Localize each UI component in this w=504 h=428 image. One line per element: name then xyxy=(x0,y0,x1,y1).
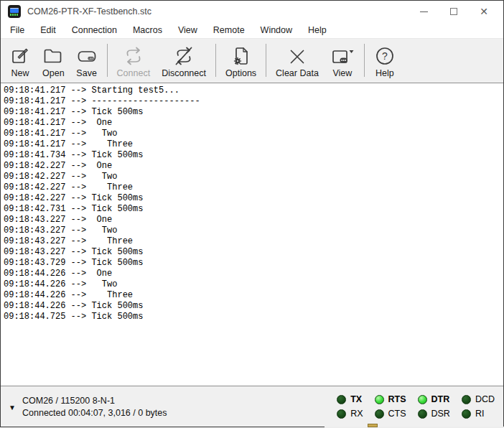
cts-led xyxy=(375,409,384,419)
help-button[interactable]: ? Help xyxy=(368,41,401,80)
port-settings-text: COM26 / 115200 8-N-1 xyxy=(22,396,337,406)
dsr-led xyxy=(418,409,427,419)
connection-stats-text: Connected 00:04:07, 3,016 / 0 bytes xyxy=(22,408,337,418)
log-line: 09:18:44.725 --> Tick 500ms xyxy=(4,312,503,322)
menu-macros[interactable]: Macros xyxy=(125,23,170,37)
options-button[interactable]: Options xyxy=(220,41,262,80)
close-icon: ✕ xyxy=(480,6,488,17)
dsr-label: DSR xyxy=(431,409,450,419)
app-window: COM26-PTR-XF-Testbench.stc ✕ File Edit C… xyxy=(0,0,504,427)
signal-dsr: DSR xyxy=(418,409,450,419)
status-expander-button[interactable]: ▼ xyxy=(6,401,18,413)
cts-label: CTS xyxy=(388,409,406,419)
menu-edit[interactable]: Edit xyxy=(32,23,64,37)
rts-led[interactable] xyxy=(375,395,384,404)
signal-rx: RX xyxy=(337,409,363,419)
log-line: 09:18:42.227 --> One xyxy=(4,161,503,172)
options-gear-document-icon xyxy=(230,45,252,68)
menu-help[interactable]: Help xyxy=(300,23,335,37)
log-line: 09:18:42.227 --> Two xyxy=(4,172,503,182)
window-title: COM26-PTR-XF-Testbench.stc xyxy=(27,6,409,17)
ri-label: RI xyxy=(475,409,485,419)
disconnect-button[interactable]: Disconnect xyxy=(156,41,212,80)
svg-text:?: ? xyxy=(382,50,388,62)
background-window-tab xyxy=(368,424,378,427)
log-line: 09:18:41.217 --> Three xyxy=(4,139,503,150)
open-folder-icon xyxy=(42,45,64,68)
maximize-icon xyxy=(450,8,457,15)
dtr-led[interactable] xyxy=(418,395,427,404)
signal-cts: CTS xyxy=(375,409,406,419)
log-line: 09:18:43.729 --> Tick 500ms xyxy=(4,258,503,269)
dtr-label: DTR xyxy=(431,394,450,404)
log-line: 09:18:41.217 --> --------------------- xyxy=(4,96,503,107)
tx-led[interactable] xyxy=(337,395,346,404)
toolbar-separator xyxy=(107,44,108,77)
clear-data-button[interactable]: Clear Data xyxy=(270,41,325,80)
minimize-button[interactable] xyxy=(409,1,439,22)
signal-dtr: DTR xyxy=(418,394,450,404)
close-button[interactable]: ✕ xyxy=(469,1,499,22)
gear-icon xyxy=(234,57,241,64)
toolbar: New Open Save xyxy=(1,39,503,83)
signal-dcd: DCD xyxy=(462,394,495,404)
menu-view[interactable]: View xyxy=(170,23,205,37)
connect-button: Connect xyxy=(111,41,157,80)
log-line: 09:18:42.227 --> Tick 500ms xyxy=(4,193,503,204)
menu-connection[interactable]: Connection xyxy=(64,23,125,37)
menu-remote[interactable]: Remote xyxy=(205,23,253,37)
log-line: 09:18:41.734 --> Tick 500ms xyxy=(4,150,503,161)
rx-label: RX xyxy=(350,409,363,419)
signal-rts: RTS xyxy=(375,394,406,404)
log-line: 09:18:44.226 --> Tick 500ms xyxy=(4,301,503,312)
maximize-button[interactable] xyxy=(439,1,469,22)
rts-label: RTS xyxy=(388,394,406,404)
log-line: 09:18:41.217 --> Starting test5... xyxy=(4,85,503,96)
minimize-icon xyxy=(420,11,428,12)
menu-bar: File Edit Connection Macros View Remote … xyxy=(1,22,503,39)
title-bar[interactable]: COM26-PTR-XF-Testbench.stc ✕ xyxy=(1,1,503,22)
disconnect-arrows-icon xyxy=(173,45,195,68)
app-icon-screen xyxy=(10,8,19,13)
log-line: 09:18:41.217 --> Tick 500ms xyxy=(4,107,503,118)
log-line: 09:18:44.226 --> One xyxy=(4,269,503,279)
help-question-icon: ? xyxy=(374,45,396,68)
log-line: 09:18:44.226 --> Two xyxy=(4,279,503,290)
menu-file[interactable]: File xyxy=(2,23,32,37)
log-line: 09:18:41.217 --> Two xyxy=(4,129,503,139)
save-drive-icon xyxy=(76,45,98,68)
toolbar-separator xyxy=(364,44,365,77)
signal-tx: TX xyxy=(337,394,363,404)
save-button[interactable]: Save xyxy=(70,41,103,80)
view-button[interactable]: View xyxy=(325,41,360,80)
log-line: 09:18:43.227 --> Three xyxy=(4,236,503,247)
toolbar-separator xyxy=(215,44,216,77)
log-line: 09:18:42.227 --> Three xyxy=(4,182,503,193)
chevron-down-icon xyxy=(349,50,353,53)
log-line: 09:18:43.227 --> Two xyxy=(4,225,503,236)
log-line: 09:18:43.227 --> Tick 500ms xyxy=(4,247,503,258)
rx-led xyxy=(337,409,346,419)
signal-indicator-grid: TX RX RTS CTS DTR xyxy=(337,393,495,420)
log-line: 09:18:42.731 --> Tick 500ms xyxy=(4,204,503,215)
new-button[interactable]: New xyxy=(4,41,37,80)
new-document-icon xyxy=(9,45,31,68)
dcd-label: DCD xyxy=(475,394,495,404)
app-icon-keys xyxy=(10,14,19,16)
menu-window[interactable]: Window xyxy=(253,23,300,37)
log-line: 09:18:41.217 --> One xyxy=(4,118,503,129)
window-controls: ✕ xyxy=(409,1,499,22)
connection-status: COM26 / 115200 8-N-1 Connected 00:04:07,… xyxy=(22,396,337,418)
toolbar-separator xyxy=(266,44,266,77)
view-window-icon xyxy=(330,45,355,68)
open-button[interactable]: Open xyxy=(37,41,70,80)
connect-arrows-icon xyxy=(123,45,144,68)
ri-led xyxy=(462,409,471,419)
terminal-log-area[interactable]: 09:18:41.217 --> Starting test5... 09:18… xyxy=(1,83,503,386)
tx-label: TX xyxy=(350,394,362,404)
chevron-down-icon: ▼ xyxy=(9,404,16,411)
screen: COM26-PTR-XF-Testbench.stc ✕ File Edit C… xyxy=(0,0,504,428)
log-line: 09:18:43.227 --> One xyxy=(4,215,503,225)
clear-x-icon xyxy=(286,45,308,68)
status-bar: ▼ COM26 / 115200 8-N-1 Connected 00:04:0… xyxy=(1,386,503,427)
